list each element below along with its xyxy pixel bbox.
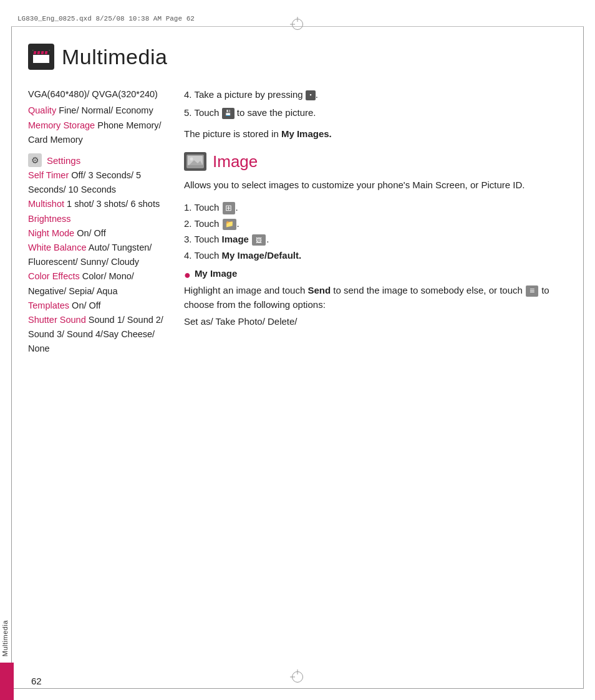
multimedia-icon bbox=[28, 44, 54, 70]
quality-block: Quality Fine/ Normal/ Economy bbox=[28, 103, 165, 118]
left-column: VGA(640*480)/ QVGA(320*240) Quality Fine… bbox=[28, 87, 165, 356]
image-step2-pre: 2. Touch bbox=[184, 218, 219, 229]
bullet-body2: to send the image to somebody else, or t… bbox=[333, 285, 523, 295]
right-column: 4. Take a picture by pressing ▪. 5. Touc… bbox=[184, 87, 573, 356]
templates-values: On/ Off bbox=[69, 300, 101, 310]
image-step3-pre: 3. Touch bbox=[184, 234, 219, 244]
image-step4-bold: My Image/Default. bbox=[222, 250, 302, 261]
page-border-right bbox=[583, 11, 584, 689]
resolution-value: VGA(640*480)/ QVGA(320*240) bbox=[28, 89, 158, 99]
bullet-content: My Image bbox=[195, 268, 237, 280]
settings-block: ⚙ Settings Self Timer Off/ 3 Seconds/ 5 … bbox=[28, 153, 165, 356]
footer-text: Set as/ Take Photo/ Delete/ bbox=[184, 316, 573, 327]
note-text: The picture is stored in bbox=[184, 128, 279, 139]
page-border-bottom bbox=[11, 688, 584, 689]
multishot-label: Multishot bbox=[28, 199, 64, 209]
white-balance-block: White Balance Auto/ Tungsten/ Fluorescen… bbox=[28, 241, 165, 269]
multishot-block: Multishot 1 shot/ 3 shots/ 6 shots bbox=[28, 197, 165, 211]
main-content: Multimedia VGA(640*480)/ QVGA(320*240) Q… bbox=[28, 31, 573, 678]
quality-values: Fine/ Normal/ Economy bbox=[56, 105, 153, 115]
page-title: Multimedia bbox=[62, 45, 167, 69]
sidebar-bar bbox=[0, 663, 14, 700]
sidebar-label: Multimedia bbox=[1, 620, 9, 656]
bullet-body1: Highlight an image and touch bbox=[184, 285, 305, 295]
brightness-block: Brightness bbox=[28, 212, 165, 226]
bullet-send: Send bbox=[307, 285, 331, 295]
image-section-title-row: Image bbox=[184, 152, 573, 171]
title-area: Multimedia bbox=[28, 44, 573, 70]
menu-icon bbox=[526, 285, 538, 297]
brightness-label: Brightness bbox=[28, 214, 71, 224]
image-section-title: Image bbox=[213, 152, 258, 171]
white-balance-label: White Balance bbox=[28, 242, 87, 252]
my-image-bullet: ● My Image bbox=[184, 268, 573, 280]
step5-post: to save the picture. bbox=[237, 107, 316, 118]
image-step-1: 1. Touch . bbox=[184, 199, 573, 216]
clapperboard-icon bbox=[32, 50, 50, 64]
image-step4-pre: 4. Touch bbox=[184, 250, 219, 261]
folder-icon: 📁 bbox=[223, 219, 236, 230]
image-small-icon: 🖼 bbox=[252, 234, 266, 246]
night-mode-label: Night Mode bbox=[28, 228, 74, 238]
svg-point-2 bbox=[190, 158, 193, 161]
memory-block: Memory Storage Phone Memory/ Card Memory bbox=[28, 118, 165, 147]
image-step-4: 4. Touch My Image/Default. bbox=[184, 247, 573, 264]
image-step-3: 3. Touch Image 🖼. bbox=[184, 231, 573, 247]
sidebar-container: Multimedia bbox=[0, 0, 16, 700]
bullet-label: My Image bbox=[195, 268, 237, 279]
header-text: LG830_Eng_0825.qxd 8/25/08 10:38 AM Page… bbox=[17, 15, 195, 22]
image-step1-pre: 1. Touch bbox=[184, 202, 219, 213]
image-section-icon bbox=[184, 152, 206, 171]
camera-button-icon: ▪ bbox=[306, 90, 316, 100]
image-step-2: 2. Touch 📁. bbox=[184, 216, 573, 232]
step-5: 5. Touch 💾 to save the picture. bbox=[184, 105, 573, 120]
night-mode-values: On/ Off bbox=[74, 228, 106, 238]
templates-block: Templates On/ Off bbox=[28, 299, 165, 313]
resolution-text: VGA(640*480)/ QVGA(320*240) bbox=[28, 87, 165, 101]
color-effects-block: Color Effects Color/ Mono/ Negative/ Sep… bbox=[28, 269, 165, 298]
image-step3-bold: Image bbox=[222, 234, 249, 244]
step-4: 4. Take a picture by pressing ▪. bbox=[184, 87, 573, 102]
step4-text: 4. Take a picture by pressing bbox=[184, 89, 303, 100]
settings-icon-row: ⚙ Settings bbox=[28, 153, 165, 167]
gear-icon: ⚙ bbox=[28, 153, 42, 167]
templates-label: Templates bbox=[28, 300, 69, 310]
quality-label: Quality bbox=[28, 105, 56, 115]
crosshair-top-icon bbox=[292, 19, 303, 30]
multishot-values: 1 shot/ 3 shots/ 6 shots bbox=[64, 199, 160, 209]
two-col-layout: VGA(640*480)/ QVGA(320*240) Quality Fine… bbox=[28, 87, 573, 356]
shutter-sound-label: Shutter Sound bbox=[28, 315, 86, 325]
step5-pre: 5. Touch bbox=[184, 107, 219, 118]
image-icon-svg bbox=[186, 155, 204, 168]
note-bold: My Images. bbox=[281, 128, 332, 139]
self-timer-block: Self Timer Off/ 3 Seconds/ 5 Seconds/ 10… bbox=[28, 168, 165, 197]
memory-label: Memory Storage bbox=[28, 120, 95, 130]
settings-label: Settings bbox=[47, 155, 80, 166]
color-effects-label: Color Effects bbox=[28, 271, 80, 281]
note-block: The picture is stored in My Images. bbox=[184, 127, 573, 141]
image-section-desc: Allows you to select images to customize… bbox=[184, 178, 573, 192]
grid-icon bbox=[223, 202, 235, 214]
bullet-body: Highlight an image and touch Send to sen… bbox=[184, 283, 573, 312]
bullet-dot: ● bbox=[184, 269, 191, 280]
self-timer-label: Self Timer bbox=[28, 170, 69, 180]
floppy-icon: 💾 bbox=[222, 108, 235, 119]
night-mode-block: Night Mode On/ Off bbox=[28, 226, 165, 241]
shutter-sound-block: Shutter Sound Sound 1/ Sound 2/ Sound 3/… bbox=[28, 313, 165, 357]
